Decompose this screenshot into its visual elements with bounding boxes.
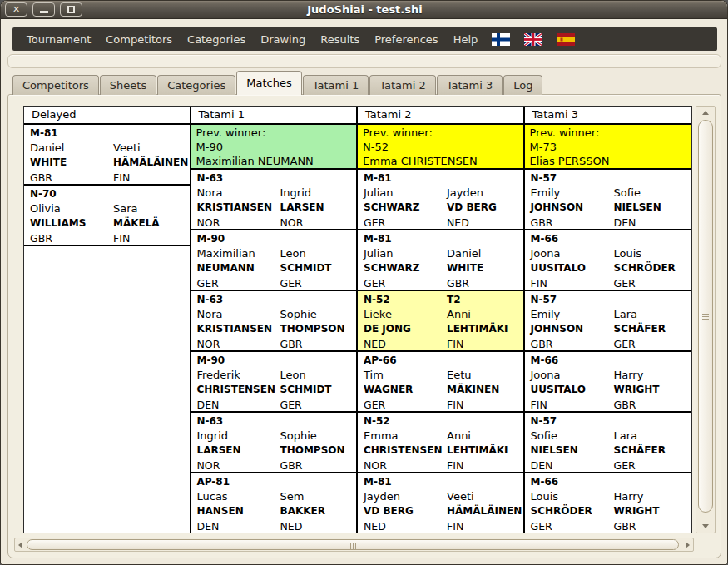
match-row-last: HANSENBAKKER <box>191 503 357 519</box>
player-last-name: NEUMANN <box>197 260 255 276</box>
board-column: Tatami 1Prev. winner:M-90Maximilian NEUM… <box>191 107 359 533</box>
player-last-name: CHRISTENSEN <box>197 382 276 398</box>
horizontal-scrollbar[interactable] <box>14 538 694 552</box>
match-card[interactable]: N-52T2LiekeAnniDE JONGLEHTIMÄKINEDFIN <box>358 291 523 352</box>
player-first-name: Lucas <box>197 489 228 503</box>
match-row-last: CHRISTENSENSCHMIDT <box>191 382 357 398</box>
vertical-scrollbar[interactable] <box>696 106 716 533</box>
match-card[interactable]: M-66JoonaLouisUUSITALOSCHRÖDERFINGER <box>525 230 692 291</box>
player-last-name: UUSITALO <box>531 260 587 276</box>
tab-competitors[interactable]: Competitors <box>12 75 99 95</box>
player-last-name: SCHRÖDER <box>614 260 676 276</box>
title-bar: ✕ JudoShiai - test.shi <box>1 1 728 19</box>
menu-results[interactable]: Results <box>313 33 367 46</box>
horizontal-scrollbar-thumb[interactable] <box>27 539 679 550</box>
match-card[interactable]: M-81JulianJaydenSCHWARZVD BERGGERNED <box>358 170 523 230</box>
player-country: NED <box>447 216 469 230</box>
prev-winner-card[interactable]: Prev. winner:M-73Elias PERSSON <box>525 125 692 170</box>
vertical-scrollbar-thumb[interactable] <box>698 120 713 513</box>
prev-winner-label: Prev. winner: <box>363 126 523 140</box>
player-last-name: HANSEN <box>197 503 244 519</box>
player-first-name: Sophie <box>280 307 317 321</box>
tab-categories[interactable]: Categories <box>157 75 235 95</box>
match-row-first: EmmaAnni <box>358 429 523 443</box>
match-category: M-66 <box>531 232 559 246</box>
match-card[interactable]: M-90MaximilianLeonNEUMANNSCHMIDTGERGER <box>191 230 357 291</box>
tab-tatami-3[interactable]: Tatami 3 <box>437 75 503 95</box>
match-row-last: KRISTIANSENLARSEN <box>191 200 357 216</box>
menu-help[interactable]: Help <box>446 33 486 46</box>
window-title: JudoShiai - test.shi <box>1 3 728 16</box>
match-card[interactable]: AP-66TimEetuWAGNERMÄKINENGERFIN <box>358 352 523 413</box>
player-first-name: Joona <box>531 368 561 382</box>
player-first-name: Tim <box>364 368 384 382</box>
match-row-cat: N-70 <box>24 187 190 201</box>
match-card[interactable]: N-52EmmaAnniCHRISTENSENLEHTIMÄKINORFIN <box>358 413 523 473</box>
match-card[interactable]: M-90FrederikLeonCHRISTENSENSCHMIDTDENGER <box>191 352 357 413</box>
player-first-name: Veeti <box>447 489 474 503</box>
match-card[interactable]: M-81JaydenVeetiVD BERGHÄMÄLÄINENNEDFIN <box>358 473 523 533</box>
tab-tatami-2[interactable]: Tatami 2 <box>369 75 436 95</box>
player-last-name: SCHÄFER <box>614 443 666 458</box>
player-country: GER <box>280 276 302 290</box>
match-card[interactable]: N-63IngridSophieLARSENTHOMPSONNORGBR <box>191 413 357 473</box>
match-row-first: MaximilianLeon <box>191 246 357 260</box>
player-last-name: WAGNER <box>364 382 413 398</box>
match-card[interactable]: M-66JoonaHarryUUSITALOWRIGHTFINGBR <box>525 352 692 413</box>
menu-tournament[interactable]: Tournament <box>19 33 98 46</box>
match-card[interactable]: M-81JulianDanielSCHWARZWHITEGERGBR <box>358 230 523 291</box>
match-card[interactable]: N-63NoraIngridKRISTIANSENLARSENNORNOR <box>191 170 357 230</box>
player-first-name: Sara <box>113 201 138 216</box>
scroll-right-arrow-icon[interactable] <box>686 542 690 548</box>
match-row-cat: N-52 <box>358 414 523 429</box>
menu-categories[interactable]: Categories <box>180 33 253 46</box>
player-last-name: SCHMIDT <box>280 382 332 398</box>
match-row-cat: AP-66 <box>358 354 523 368</box>
player-first-name: Ingrid <box>280 186 312 200</box>
match-card[interactable]: N-57EmilyLaraJOHNSONSCHÄFERGBRGER <box>525 291 692 352</box>
match-card[interactable]: N-63NoraSophieKRISTIANSENTHOMPSONNORGBR <box>191 291 357 352</box>
player-last-name: NIELSEN <box>614 200 661 216</box>
player-last-name: JOHNSON <box>531 321 584 337</box>
scroll-left-arrow-icon[interactable] <box>18 542 22 548</box>
player-last-name: BAKKER <box>280 503 325 519</box>
match-row-last: WHITEHÄMÄLÄINEN <box>24 155 190 171</box>
match-card[interactable]: N-70OliviaSaraWILLIAMSMÄKELÄGBRFIN <box>24 186 190 246</box>
player-last-name: SCHMIDT <box>280 260 332 276</box>
prev-winner-label: Prev. winner: <box>196 126 357 140</box>
player-last-name: THOMPSON <box>280 443 345 458</box>
match-board: DelayedM-81DanielVeetiWHITEHÄMÄLÄINENGBR… <box>23 106 692 533</box>
menu-drawing[interactable]: Drawing <box>253 33 313 46</box>
spanish-flag-icon[interactable] <box>557 33 575 46</box>
player-first-name: Leon <box>280 368 306 382</box>
player-last-name: KRISTIANSEN <box>197 321 273 337</box>
prev-winner-card[interactable]: Prev. winner:N-52Emma CHRISTENSEN <box>358 125 523 170</box>
player-last-name: SCHWARZ <box>364 260 419 276</box>
match-row-last: SCHRÖDERWRIGHT <box>525 503 692 519</box>
match-category: M-90 <box>197 232 225 246</box>
menu-competitors[interactable]: Competitors <box>98 33 180 46</box>
tab-tatami-1[interactable]: Tatami 1 <box>303 75 369 95</box>
match-card[interactable]: M-66LouisHarrySCHRÖDERWRIGHTGERGBR <box>525 473 692 533</box>
prev-winner-card[interactable]: Prev. winner:M-90Maximilian NEUMANN <box>191 125 357 170</box>
british-flag-icon[interactable] <box>524 33 542 46</box>
match-card[interactable]: AP-81LucasSemHANSENBAKKERDENNED <box>191 473 357 533</box>
prev-winner-name: Elias PERSSON <box>530 154 692 168</box>
player-last-name: LARSEN <box>280 200 324 216</box>
menu-preferences[interactable]: Preferences <box>367 33 445 46</box>
match-row-cat: M-90 <box>191 354 357 368</box>
finnish-flag-icon[interactable] <box>492 33 510 46</box>
tab-log[interactable]: Log <box>503 75 542 95</box>
player-country: GER <box>280 398 302 412</box>
scroll-up-arrow-icon[interactable] <box>702 111 709 115</box>
match-card[interactable]: M-81DanielVeetiWHITEHÄMÄLÄINENGBRFIN <box>24 125 190 186</box>
match-row-country: DENGER <box>525 458 692 473</box>
player-last-name: VD BERG <box>447 200 497 216</box>
match-card[interactable]: N-57EmilySofieJOHNSONNIELSENGBRDEN <box>525 170 692 230</box>
player-first-name: Lara <box>614 429 638 443</box>
tab-sheets[interactable]: Sheets <box>100 75 156 95</box>
scroll-down-arrow-icon[interactable] <box>702 524 709 528</box>
player-last-name: WRIGHT <box>614 382 660 398</box>
match-card[interactable]: N-57SofieLaraNIELSENSCHÄFERDENGER <box>525 413 692 473</box>
tab-matches[interactable]: Matches <box>236 71 301 95</box>
